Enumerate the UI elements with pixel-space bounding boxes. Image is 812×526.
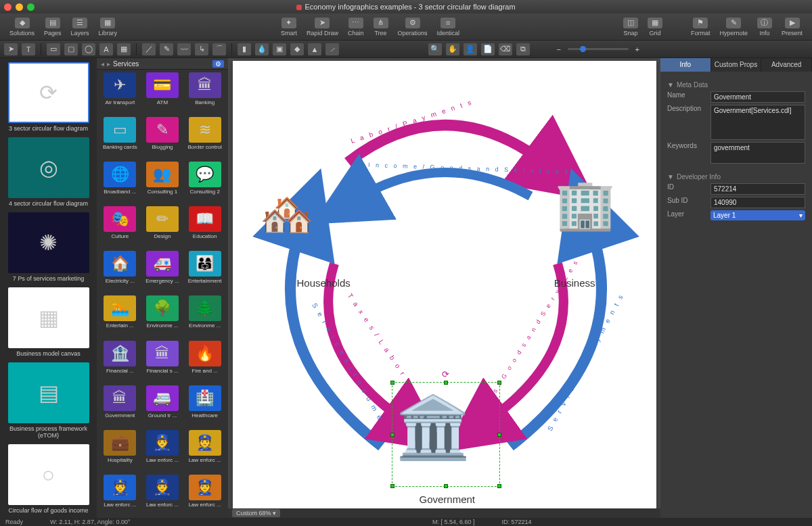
zoom-dropdown[interactable]: Custom 68% ▾ xyxy=(232,509,280,517)
subid-field[interactable]: 140990 xyxy=(710,197,805,208)
zoom-slider[interactable] xyxy=(568,48,629,50)
thumb-4-sector-circular-flow-diagram[interactable]: ◎4 sector circular flow diagram xyxy=(8,137,89,207)
text-tool[interactable]: T xyxy=(22,43,35,55)
curve-tool[interactable]: 〰 xyxy=(177,43,191,55)
lib-item-banking[interactable]: 🏛Banking xyxy=(184,71,225,114)
tab-advanced[interactable]: Advanced xyxy=(761,58,812,72)
library-header[interactable]: ◂ ▸ Services ⚙ xyxy=(97,58,228,70)
id-field[interactable]: 572214 xyxy=(710,183,805,195)
tb-grid[interactable]: ▦Grid xyxy=(644,16,667,38)
keywords-field[interactable]: government xyxy=(710,142,805,164)
text-box-tool[interactable]: A xyxy=(99,43,113,55)
lib-item-electricity-[interactable]: 🏠Electricity ... xyxy=(99,249,141,293)
business-node[interactable]: 🏢 xyxy=(555,176,616,233)
layer-select[interactable]: Layer 1 xyxy=(710,210,805,220)
tb-rapid-draw[interactable]: ➤Rapid Draw xyxy=(302,16,342,38)
hand-tool[interactable]: ✋ xyxy=(446,43,459,55)
tb-present[interactable]: ▶Present xyxy=(777,16,807,38)
lib-item-ground-tr-[interactable]: 🚐Ground tr ... xyxy=(142,384,183,427)
lib-item-consulting-2[interactable]: 💬Consulting 2 xyxy=(184,160,225,204)
canvas[interactable]: 🏘️ 🏢 🏛️ ⟳ Households Business Government… xyxy=(233,61,656,508)
tb-library[interactable]: ▦Library xyxy=(95,16,122,38)
tab-info[interactable]: Info xyxy=(660,58,711,72)
lib-item-government[interactable]: 🏛Government xyxy=(99,384,141,427)
zoom-plus-btn[interactable]: + xyxy=(633,43,642,55)
eyedrop-tool[interactable]: 💧 xyxy=(255,43,269,55)
select-tool[interactable]: ▣ xyxy=(273,43,286,55)
lib-item-culture[interactable]: 🎭Culture xyxy=(99,205,141,248)
lib-item-air-transport[interactable]: ✈Air transport xyxy=(99,71,141,114)
canvas-scroll[interactable]: 🏘️ 🏢 🏛️ ⟳ Households Business Government… xyxy=(228,58,660,508)
thumb-circular-flow-of-goods-income[interactable]: ○Circular flow of goods income xyxy=(8,444,89,514)
crop-tool[interactable]: ⧉ xyxy=(516,43,530,55)
line-tool[interactable]: ／ xyxy=(142,43,156,55)
thumb-3-sector-circular-flow-diagram[interactable]: ⟳3 sector circular flow diagram xyxy=(8,62,89,132)
desc-field[interactable]: Government[Services.cdl] xyxy=(710,105,805,140)
chevron-right-icon[interactable]: ▸ xyxy=(107,60,110,68)
tb-smart[interactable]: ✦Smart xyxy=(277,16,301,38)
tb-info[interactable]: ⓘInfo xyxy=(753,16,776,38)
lib-item-consulting-1[interactable]: 👥Consulting 1 xyxy=(142,160,183,204)
lib-item-education[interactable]: 📖Education xyxy=(184,205,225,248)
erase-tool[interactable]: ⌫ xyxy=(499,43,512,55)
chevron-left-icon[interactable]: ◂ xyxy=(101,60,104,68)
tab-custom-props[interactable]: Custom Props xyxy=(711,58,762,72)
name-field[interactable]: Government xyxy=(710,91,805,103)
lib-item-blogging[interactable]: ✎Blogging xyxy=(142,116,183,159)
tb-chain[interactable]: ⋯Chain xyxy=(344,16,368,38)
tb-solutions[interactable]: ◆Solutions xyxy=(5,16,39,38)
tb-hypernote[interactable]: ✎Hypernote xyxy=(715,16,752,38)
zoom-in-btn[interactable]: 🔍 xyxy=(428,43,442,55)
person-tool[interactable]: 👤 xyxy=(464,43,477,55)
page-thumbnails-panel[interactable]: ⟳3 sector circular flow diagram◎4 sector… xyxy=(0,58,97,518)
node-tool[interactable]: ◆ xyxy=(290,43,304,55)
lib-item-law-enforc-[interactable]: 👮Law enforc ... xyxy=(184,429,225,472)
rotate-handle[interactable]: ⟳ xyxy=(442,369,449,379)
arc-tool[interactable]: ⌒ xyxy=(212,43,226,55)
lib-item-emergency-[interactable]: 🚑Emergency ... xyxy=(142,249,183,293)
pen-tool[interactable]: ✎ xyxy=(160,43,173,55)
lib-item-fire-and-[interactable]: 🔥Fire and ... xyxy=(184,339,225,383)
lib-item-design[interactable]: ✏Design xyxy=(142,205,183,248)
lib-item-law-enforc-[interactable]: 👮Law enforc ... xyxy=(184,473,225,517)
lib-item-law-enforc-[interactable]: 👮Law enforc ... xyxy=(99,473,141,517)
rounded-rect-tool[interactable]: ▢ xyxy=(64,43,78,55)
lib-item-entertain-[interactable]: 🏊Entertain ... xyxy=(99,294,141,337)
zoom-minus-btn[interactable]: − xyxy=(554,43,564,55)
lib-item-hospitality[interactable]: 💼Hospitality xyxy=(99,429,141,472)
tb-snap[interactable]: ◫Snap xyxy=(619,16,642,38)
table-tool[interactable]: ▦ xyxy=(117,43,131,55)
meta-section-header[interactable]: ▼ Meta Data xyxy=(667,81,805,89)
connector-tool[interactable]: ↳ xyxy=(195,43,208,55)
lib-item-law-enforc-[interactable]: 👮Law enforc ... xyxy=(142,473,183,517)
lib-item-atm[interactable]: 💳ATM xyxy=(142,71,183,114)
thumb-7-ps-of-services-marketing[interactable]: ✺7 Ps of services marketing xyxy=(8,212,89,282)
households-node[interactable]: 🏘️ xyxy=(260,189,314,240)
lib-item-entertainment[interactable]: 👨‍👩‍👧Entertainment xyxy=(184,249,225,293)
pointer-tool[interactable]: ➤ xyxy=(4,43,18,55)
lib-item-financial-s-[interactable]: 🏛Financial s ... xyxy=(142,339,183,383)
tb-format[interactable]: ⚑Format xyxy=(687,16,715,38)
thumb-business-process-framework-etom-[interactable]: ▤Business process framework (eTOM) xyxy=(8,362,89,439)
lib-item-healthcare[interactable]: 🏥Healthcare xyxy=(184,384,225,427)
tb-pages[interactable]: ▤Pages xyxy=(40,16,66,38)
dev-section-header[interactable]: ▼ Developer Info xyxy=(667,173,805,181)
path-tool[interactable]: ⟋ xyxy=(325,43,339,55)
lib-item-banking-cards[interactable]: ▭Banking cards xyxy=(99,116,141,159)
lib-item-environme-[interactable]: 🌳Environme ... xyxy=(142,294,183,337)
lib-item-financial-[interactable]: 🏦Financial ... xyxy=(99,339,141,383)
tb-tree[interactable]: ⋔Tree xyxy=(369,16,392,38)
tb-identical[interactable]: =Identical xyxy=(433,16,464,38)
shape-tool[interactable]: ▲ xyxy=(308,43,321,55)
tb-operations[interactable]: ⚙Operations xyxy=(394,16,432,38)
thumb-business-model-canvas[interactable]: ▦Business model canvas xyxy=(8,287,89,357)
tb-layers[interactable]: ☰Layers xyxy=(67,16,93,38)
lib-item-environme-[interactable]: 🌲Environme ... xyxy=(184,294,225,337)
library-menu-icon[interactable]: ⚙ xyxy=(212,60,224,68)
fill-tool[interactable]: ▮ xyxy=(238,43,251,55)
rect-tool[interactable]: ▭ xyxy=(47,43,60,55)
ellipse-tool[interactable]: ◯ xyxy=(82,43,95,55)
lib-item-border-control[interactable]: ≋Border control xyxy=(184,116,225,159)
lib-item-broadband-[interactable]: 🌐Broadband ... xyxy=(99,160,141,204)
lib-item-law-enforc-[interactable]: 👮Law enforc ... xyxy=(142,429,183,472)
